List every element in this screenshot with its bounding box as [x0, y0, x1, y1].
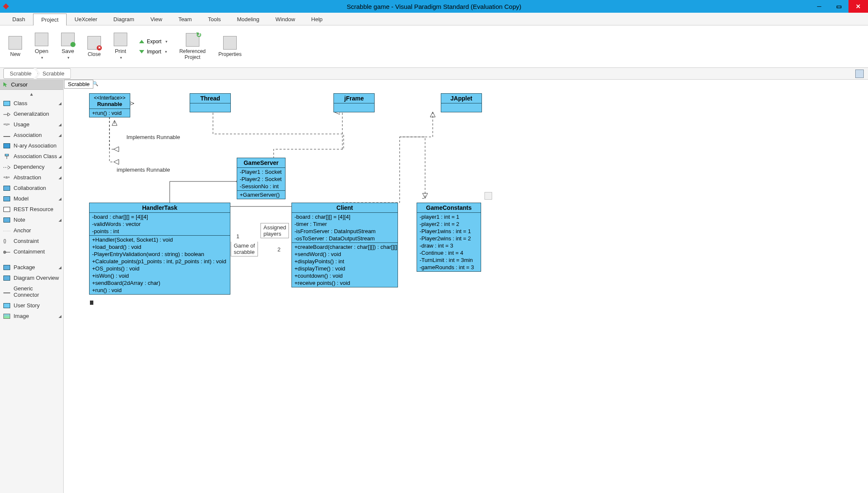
uml-class-handlertask[interactable]: HandlerTask -board : char[][] = [4][4]-v… [89, 203, 230, 295]
menu-window[interactable]: Window [267, 13, 303, 25]
uml-class-gameconstants[interactable]: GameConstants -player1 : int = 1-player2… [417, 203, 481, 272]
tool-usage[interactable]: «u»Usage◢ [0, 119, 63, 130]
tool-diagram-overview[interactable]: Diagram Overview [0, 273, 63, 283]
menu-help[interactable]: Help [303, 13, 331, 25]
uml-member: -points : int [90, 228, 230, 235]
uml-member: -isFromServer : DataInputStream [292, 228, 398, 235]
uml-class-client[interactable]: Client -board : char[][] = [4][4]-timer … [291, 203, 398, 287]
menu-view[interactable]: View [142, 13, 170, 25]
uml-member: +countdown() : void [292, 272, 398, 279]
tool-class[interactable]: Class◢ [0, 98, 63, 109]
tool-user-story[interactable]: User Story [0, 300, 63, 311]
menu-dash[interactable]: Dash [4, 13, 33, 25]
realization-label: implements Runnable [117, 167, 170, 173]
properties-icon [223, 36, 237, 50]
collapse-handle[interactable]: ▴ [0, 90, 63, 98]
expand-icon: ◢ [59, 133, 62, 137]
tool-abstraction[interactable]: «a»Abstraction◢ [0, 172, 63, 183]
minimize-button[interactable]: ─ [809, 0, 829, 13]
uml-class-runnable[interactable]: <<Interface>> Runnable +run() : void [89, 93, 130, 117]
uml-member: -osToServer : DataOutputStream [292, 235, 398, 242]
generalization-icon [3, 111, 10, 117]
tool-image[interactable]: Image◢ [0, 311, 63, 321]
titlebar: Scrabble game - Visual Paradigm Standard… [0, 0, 868, 13]
svg-marker-14 [114, 147, 119, 152]
uml-member: +receive points() : void [292, 279, 398, 287]
tool-n-ary-association[interactable]: N-ary Association [0, 140, 63, 151]
window-title: Scrabble game - Visual Paradigm Standard… [347, 3, 521, 10]
uml-member: -validWords : vector [90, 220, 230, 228]
expand-icon: ◢ [59, 265, 62, 270]
tool-collaboration[interactable]: Collaboration [0, 183, 63, 193]
menu-uexceler[interactable]: UeXceler [67, 13, 105, 25]
breadcrumb-item[interactable]: Scrabble [36, 68, 70, 79]
assoc-name-note[interactable]: Game of scrabble [231, 242, 258, 256]
tool-rest-resource[interactable]: REST Resource [0, 204, 63, 214]
diagram-tab[interactable]: Scrabble [64, 80, 93, 89]
tool-note[interactable]: Note◢ [0, 214, 63, 225]
menu-project[interactable]: Project [33, 14, 66, 25]
multiplicity-label: 2 [277, 246, 280, 253]
svg-marker-18 [430, 112, 435, 117]
tool-dependency[interactable]: Dependency◢ [0, 162, 63, 172]
uml-member: -Player2 : Socket [237, 175, 285, 183]
menu-modeling[interactable]: Modeling [229, 13, 268, 25]
open-button[interactable]: Open▾ [31, 31, 53, 62]
expand-icon: ◢ [59, 175, 62, 180]
import-icon [139, 50, 144, 53]
cursor-tool[interactable]: Cursor [0, 80, 63, 90]
expand-icon: ◢ [59, 154, 62, 159]
referenced-project-button[interactable]: Referenced Project [175, 31, 210, 62]
tool-containment[interactable]: Containment [0, 246, 63, 257]
export-button[interactable]: Export ▾ [136, 38, 171, 45]
menu-diagram[interactable]: Diagram [105, 13, 142, 25]
tool-association-class[interactable]: Association Class◢ [0, 151, 63, 162]
uml-member: -Continue : int = 4 [417, 249, 481, 256]
element-handle[interactable] [484, 192, 492, 200]
tool-generalization[interactable]: Generalization [0, 109, 63, 119]
import-button[interactable]: Import ▾ [136, 48, 171, 56]
uml-member: -timer : Timer [292, 220, 398, 228]
properties-button[interactable]: Properties [214, 34, 246, 59]
assoc-name-note[interactable]: Assigned players [260, 223, 289, 238]
new-button[interactable]: New [4, 34, 26, 59]
menu-team[interactable]: Team [170, 13, 200, 25]
menu-tools[interactable]: Tools [200, 13, 229, 25]
uml-member: +Handler(Socket, Socket1) : void [90, 236, 230, 243]
tool-package[interactable]: Package◢ [0, 262, 63, 273]
anchor-icon [3, 228, 10, 233]
tool-generic-connector[interactable]: Generic Connector [0, 283, 63, 300]
breadcrumb-item[interactable]: Scrabble [3, 68, 38, 79]
generic-connector-icon [3, 292, 10, 293]
close-button[interactable]: ✕ [848, 0, 868, 13]
uml-member: +displayPoints() : int [292, 258, 398, 265]
tool-anchor[interactable]: Anchor [0, 225, 63, 236]
uml-class-thread[interactable]: Thread [190, 93, 231, 112]
tool-association[interactable]: Association◢ [0, 130, 63, 140]
save-button[interactable]: Save▾ [57, 31, 79, 62]
breadcrumb: Scrabble Scrabble [0, 68, 868, 80]
uml-member: -Player1wins : int = 1 [417, 228, 481, 235]
uml-member: +Calculate_points(p1_points : int, p2_po… [90, 258, 230, 265]
diagram-canvas[interactable]: Scrabble 🔍 <<Interf [64, 80, 868, 493]
package-icon [3, 265, 10, 270]
close-project-button[interactable]: Close [83, 34, 105, 59]
print-button[interactable]: Print▾ [109, 31, 132, 62]
tool-model[interactable]: Model◢ [0, 193, 63, 204]
new-icon [8, 36, 22, 50]
uml-class-japplet[interactable]: JApplet [441, 93, 482, 112]
note-icon [3, 217, 10, 223]
save-icon [61, 33, 75, 46]
uml-class-jframe[interactable]: jFrame [333, 93, 375, 112]
tool-constraint[interactable]: {}Constraint [0, 236, 63, 246]
model-icon [3, 196, 10, 201]
ribbon: New Open▾ Save▾ Close Print▾ Export ▾ Im… [0, 25, 868, 68]
uml-member: -TurnLimit : int = 3min [417, 256, 481, 264]
maximize-button[interactable]: ▭ [829, 0, 848, 13]
breadcrumb-action-icon[interactable] [855, 70, 864, 78]
svg-marker-20 [112, 120, 117, 125]
print-icon [114, 33, 127, 46]
svg-marker-15 [114, 159, 119, 164]
n-ary-association-icon [3, 143, 10, 148]
uml-class-gameserver[interactable]: GameServer -Player1 : Socket-Player2 : S… [237, 158, 286, 199]
